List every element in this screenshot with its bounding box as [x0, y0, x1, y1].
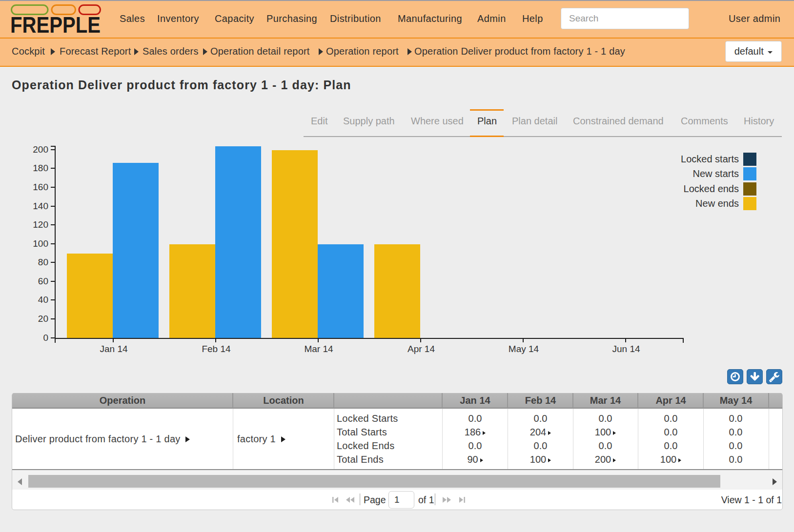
svg-text:FREPPLE: FREPPLE — [11, 12, 101, 35]
